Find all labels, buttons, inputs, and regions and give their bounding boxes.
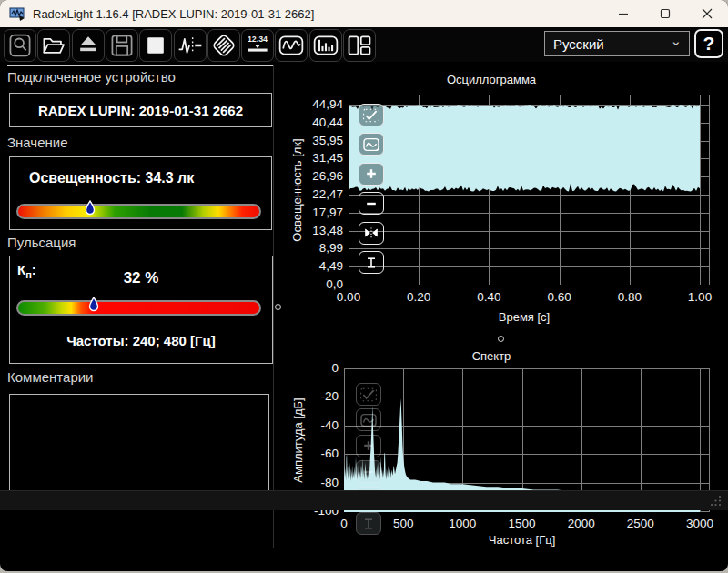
toolbar-numeric-display-button[interactable]: 12.34	[241, 29, 274, 62]
x-tick-label: 3000	[672, 517, 727, 530]
chart-zoom-in-button[interactable]	[359, 163, 384, 186]
comments-input[interactable]	[9, 394, 269, 494]
language-value: Русский	[553, 36, 604, 52]
close-button[interactable]	[686, 0, 728, 27]
oscillogram-x-axis-label: Время [с]	[349, 310, 700, 324]
x-tick-label: 1000	[435, 517, 490, 530]
y-tick-label: 22,47	[294, 187, 343, 201]
toolbar-open-folder-button[interactable]	[37, 29, 70, 62]
help-button[interactable]: ?	[694, 29, 723, 58]
chart-zoom-in-button[interactable]	[356, 435, 381, 457]
x-tick-label: 0.60	[532, 290, 587, 304]
chart-fit-horizontal-button[interactable]	[359, 222, 384, 245]
illuminance-scale-bar	[16, 204, 261, 219]
x-tick-label: 500	[376, 517, 430, 530]
chart-fit-vertical-button[interactable]	[356, 512, 381, 535]
chart-fit-vertical-button[interactable]	[359, 251, 384, 274]
y-tick-label: 31,45	[294, 151, 343, 165]
toolbar-save-button[interactable]	[106, 29, 138, 62]
toolbar-eject-button[interactable]	[72, 29, 105, 62]
comments-panel-header: Комментарии	[7, 369, 93, 385]
app-window: RadexLight 1.16.4 [RADEX LUPIN: 2019-01-…	[0, 0, 728, 571]
x-tick-label: 0.40	[461, 290, 516, 304]
oscillogram-plot[interactable]	[349, 96, 710, 285]
oscillogram-title: Осциллограмма	[282, 73, 701, 86]
toolbar-pulse-signal-button[interactable]	[174, 29, 207, 62]
value-panel-header: Значение	[7, 135, 68, 150]
chart-autoscale-button[interactable]	[359, 104, 384, 126]
y-tick-label: -60	[289, 447, 339, 460]
y-tick-label: 40,44	[294, 116, 343, 129]
toolbar: 12.34 Русский ⌄ ?	[0, 27, 728, 62]
x-tick-label: 0.80	[602, 290, 657, 304]
x-tick-label: 2000	[554, 517, 609, 530]
kp-value: 32 %	[10, 269, 272, 287]
illuminance-marker-icon	[85, 200, 96, 216]
main-content: Подключенное устройство RADEX LUPIN: 201…	[0, 62, 728, 552]
toolbar-spectrum-view-button[interactable]	[309, 29, 342, 62]
window-title: RadexLight 1.16.4 [RADEX LUPIN: 2019-01-…	[33, 7, 314, 21]
y-tick-label: 13,48	[294, 224, 343, 237]
illuminance-value: Освещенность: 34.3 лк	[29, 170, 194, 186]
title-bar: RadexLight 1.16.4 [RADEX LUPIN: 2019-01-…	[0, 0, 728, 27]
toolbar-stop-button[interactable]	[139, 29, 172, 62]
y-tick-label: -80	[289, 476, 339, 489]
toolbar-hatch-filter-button[interactable]	[207, 29, 240, 62]
pulsation-scale-bar	[16, 300, 261, 316]
svg-text:12.34: 12.34	[248, 35, 268, 44]
pulsation-marker-icon	[88, 297, 99, 312]
chart-fit-view-button[interactable]	[356, 408, 381, 431]
y-tick-label: 0,0	[294, 277, 343, 291]
y-tick-label: 17,97	[294, 206, 343, 219]
chart-zoom-out-button[interactable]	[356, 460, 381, 483]
app-icon	[9, 6, 25, 21]
status-bar	[0, 490, 728, 510]
spectrum-x-axis-label: Частота [Гц]	[344, 533, 700, 547]
spectrum-title: Спектр	[282, 349, 701, 363]
panel-separator	[7, 65, 274, 66]
x-tick-label: 1500	[495, 517, 550, 530]
y-tick-label: 44,94	[294, 97, 343, 111]
chart-splitter-grip[interactable]	[498, 336, 504, 342]
y-tick-label: 4,49	[294, 259, 343, 273]
vertical-splitter[interactable]	[273, 65, 274, 548]
device-name: RADEX LUPIN: 2019-01-31 2662	[38, 103, 243, 118]
device-name-box: RADEX LUPIN: 2019-01-31 2662	[9, 93, 272, 127]
splitter-grip[interactable]	[275, 304, 281, 310]
language-select[interactable]: Русский ⌄	[544, 31, 690, 56]
minimize-button[interactable]	[602, 0, 644, 27]
spectrum-y-axis-label: Амплитуда [дБ]	[291, 397, 305, 482]
chart-fit-view-button[interactable]	[359, 133, 384, 156]
y-tick-label: 0	[289, 361, 339, 375]
toolbar-oscillogram-view-button[interactable]	[275, 29, 308, 62]
pulsation-panel-header: Пульсация	[7, 235, 76, 250]
chart-zoom-out-button[interactable]	[359, 192, 384, 215]
y-tick-label: 8,99	[294, 241, 343, 255]
window-controls	[602, 0, 728, 27]
x-tick-label: 2500	[613, 517, 668, 530]
x-tick-label: 0.00	[321, 290, 376, 304]
chart-autoscale-button[interactable]	[356, 383, 381, 406]
x-tick-label: 1.00	[672, 290, 727, 304]
device-panel-header: Подключенное устройство	[7, 69, 176, 85]
pulsation-frequencies: Частоты: 240; 480 [Гц]	[10, 333, 272, 348]
y-tick-label: -40	[289, 418, 339, 432]
y-tick-label: 35,95	[294, 134, 343, 147]
y-tick-label: -20	[289, 389, 339, 403]
toolbar-layout-view-button[interactable]	[343, 29, 376, 62]
x-tick-label: 0.20	[391, 290, 446, 304]
y-tick-label: 26,96	[294, 169, 343, 183]
chevron-down-icon: ⌄	[670, 33, 682, 49]
toolbar-magnifier-button[interactable]	[4, 29, 36, 62]
maximize-button[interactable]	[644, 0, 686, 27]
resize-grip-icon[interactable]	[708, 493, 723, 508]
